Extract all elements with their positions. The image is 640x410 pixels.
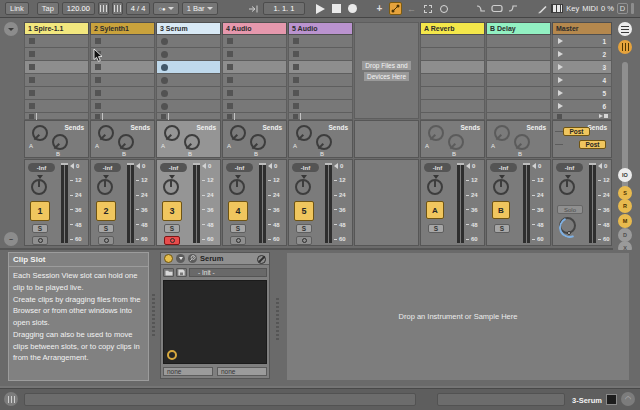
- clip-slot[interactable]: [222, 74, 287, 87]
- track-activator-button[interactable]: 1: [30, 201, 50, 221]
- clip-slot[interactable]: [24, 61, 89, 74]
- session-record-button[interactable]: [437, 2, 450, 15]
- clip-stop-icon[interactable]: [227, 77, 233, 83]
- clip-stop-icon[interactable]: [29, 51, 35, 57]
- capture-midi-button[interactable]: [421, 2, 434, 15]
- clip-stop-icon[interactable]: [293, 103, 299, 109]
- keyboard-toggle-button[interactable]: [4, 392, 18, 406]
- send-a-knob[interactable]: [98, 125, 114, 141]
- load-preset-button[interactable]: [163, 268, 174, 277]
- scene-launch-icon[interactable]: [558, 64, 563, 70]
- detail-view-toggle-button[interactable]: ◠: [621, 392, 635, 406]
- scene-slot[interactable]: 5: [552, 87, 612, 100]
- clip-slot[interactable]: [288, 61, 353, 74]
- tap-tempo-button[interactable]: Tap: [37, 2, 59, 15]
- play-button[interactable]: [314, 2, 327, 15]
- send-a-knob[interactable]: [230, 125, 246, 141]
- clip-stop-icon[interactable]: [29, 38, 35, 44]
- clip-slot[interactable]: [222, 61, 287, 74]
- send-b-knob[interactable]: [118, 134, 134, 150]
- clip-slot[interactable]: [90, 100, 155, 113]
- punch-in-button[interactable]: [474, 2, 487, 15]
- volume-display[interactable]: -Inf: [160, 163, 187, 172]
- clip-stop-icon[interactable]: [227, 90, 233, 96]
- send-b-knob[interactable]: [250, 134, 266, 150]
- scene-launch-icon[interactable]: [558, 51, 563, 57]
- clip-slot[interactable]: [156, 100, 221, 113]
- track-delay-toggle[interactable]: D: [618, 228, 632, 242]
- solo-button[interactable]: S: [230, 224, 246, 233]
- clip-slot[interactable]: [486, 48, 551, 61]
- clip-slot[interactable]: [24, 100, 89, 113]
- fader-handle[interactable]: [598, 163, 602, 169]
- returns-toggle[interactable]: R: [618, 199, 632, 213]
- punch-out-button[interactable]: [506, 2, 519, 15]
- arrangement-position-field[interactable]: 1. 1. 1: [263, 2, 305, 15]
- clip-slot[interactable]: [222, 87, 287, 100]
- volume-display[interactable]: -Inf: [424, 163, 451, 172]
- clip-slot[interactable]: [156, 61, 221, 74]
- track-activator-button[interactable]: A: [426, 201, 444, 219]
- clip-record-icon[interactable]: [161, 51, 168, 58]
- plugin-parameter-knob[interactable]: [167, 350, 177, 360]
- stop-clips-button[interactable]: [29, 114, 34, 119]
- track-activator-button[interactable]: 4: [228, 201, 248, 221]
- arm-button[interactable]: [296, 236, 312, 245]
- plugin-edit-button[interactable]: [188, 254, 197, 263]
- clip-stop-icon[interactable]: [29, 77, 35, 83]
- clip-stop-icon[interactable]: [227, 64, 233, 70]
- device-title-bar[interactable]: Serum: [161, 253, 269, 265]
- send-b-knob[interactable]: [184, 134, 200, 150]
- pan-knob[interactable]: [559, 179, 575, 195]
- tempo-field[interactable]: 120.00: [62, 2, 95, 15]
- scene-slot[interactable]: 3: [552, 61, 612, 74]
- clip-slot[interactable]: [156, 87, 221, 100]
- arm-button[interactable]: [164, 236, 180, 245]
- clip-slot[interactable]: [90, 74, 155, 87]
- clip-stop-icon[interactable]: [29, 64, 35, 70]
- stop-button[interactable]: [330, 2, 343, 15]
- pan-knob[interactable]: [97, 179, 113, 195]
- post-toggle-b[interactable]: Post: [579, 140, 606, 149]
- fader-handle[interactable]: [202, 163, 206, 169]
- plugin-config-field[interactable]: none: [163, 367, 213, 376]
- drop-files-column[interactable]: Drop Files andDevices Here: [354, 18, 420, 250]
- volume-display[interactable]: -Inf: [292, 163, 319, 172]
- clip-record-icon[interactable]: [161, 90, 168, 97]
- clip-stop-icon[interactable]: [29, 103, 35, 109]
- plugin-config-field[interactable]: none: [217, 367, 267, 376]
- panel-resize-handle[interactable]: [276, 296, 279, 340]
- clip-stop-icon[interactable]: [293, 64, 299, 70]
- clip-slot[interactable]: [288, 48, 353, 61]
- solo-button[interactable]: S: [32, 224, 48, 233]
- link-button[interactable]: Link: [5, 2, 29, 15]
- clip-stop-icon[interactable]: [95, 64, 101, 70]
- overdub-button[interactable]: +: [373, 2, 386, 15]
- scene-slot[interactable]: 4: [552, 74, 612, 87]
- clip-slot[interactable]: [156, 35, 221, 48]
- clip-slot[interactable]: [486, 87, 551, 100]
- fader-handle[interactable]: [268, 163, 272, 169]
- send-a-knob[interactable]: [32, 125, 48, 141]
- clip-slot[interactable]: [24, 48, 89, 61]
- send-b-knob[interactable]: [316, 134, 332, 150]
- clip-stop-icon[interactable]: [95, 90, 101, 96]
- track-header[interactable]: 2 Sylenth1: [90, 22, 155, 35]
- scene-slot[interactable]: 1: [552, 35, 612, 48]
- clip-stop-icon[interactable]: [293, 51, 299, 57]
- stop-clips-button[interactable]: [161, 114, 166, 119]
- clip-slot[interactable]: [486, 74, 551, 87]
- send-a-knob[interactable]: [494, 125, 510, 141]
- stop-clips-button[interactable]: [293, 114, 298, 119]
- clip-stop-icon[interactable]: [95, 77, 101, 83]
- clip-slot[interactable]: [222, 100, 287, 113]
- pan-knob[interactable]: [493, 179, 509, 195]
- scene-launch-icon[interactable]: [558, 38, 563, 44]
- clip-slot[interactable]: [486, 61, 551, 74]
- pan-knob[interactable]: [427, 179, 443, 195]
- send-a-knob[interactable]: [164, 125, 180, 141]
- volume-display[interactable]: -Inf: [28, 163, 55, 172]
- send-b-knob[interactable]: [52, 134, 68, 150]
- clip-slot[interactable]: [90, 35, 155, 48]
- preview-volume-knob[interactable]: [559, 217, 576, 234]
